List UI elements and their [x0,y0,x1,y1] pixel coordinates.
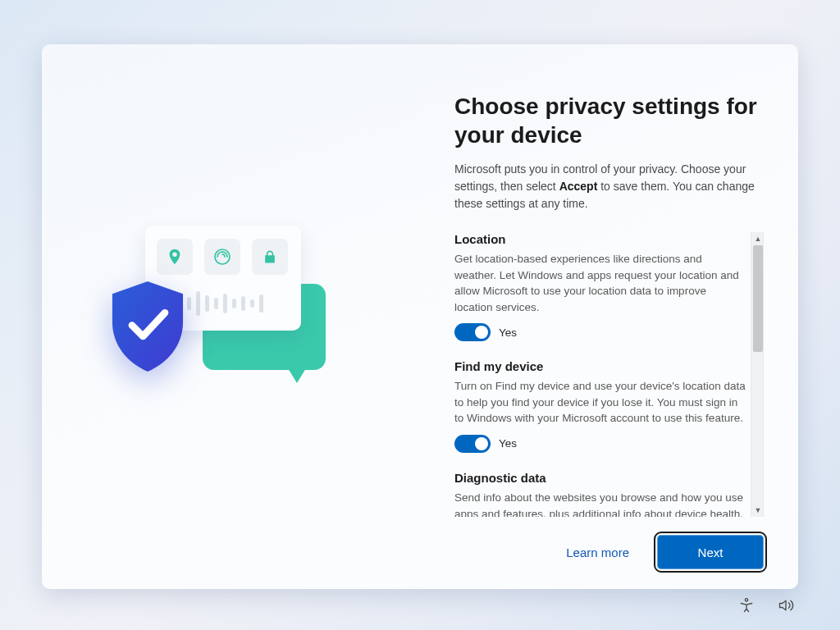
settings-list: Location Get location-based experiences … [454,232,746,517]
toggle-label: Yes [499,437,517,450]
find-my-device-toggle[interactable] [454,435,491,453]
system-tray [737,596,796,615]
privacy-illustration [108,222,354,411]
lock-icon [252,239,288,275]
next-button[interactable]: Next [657,535,764,569]
scrollbar[interactable]: ▲ ▼ [751,232,764,517]
location-pin-icon [157,239,193,275]
setting-title: Find my device [454,359,746,373]
toggle-label: Yes [499,326,517,339]
svg-marker-2 [780,600,787,610]
setting-description: Get location-based experiences like dire… [454,251,746,315]
illustration-pane [42,44,420,589]
setting-title: Location [454,232,746,246]
shield-check-icon [108,281,187,372]
svg-point-1 [745,599,747,601]
fingerprint-icon [204,239,240,275]
oobe-card: Choose privacy settings for your device … [42,44,798,589]
page-subtitle: Microsoft puts you in control of your pr… [454,161,764,212]
subtitle-bold: Accept [559,180,598,193]
scroll-down-icon[interactable]: ▼ [751,504,764,517]
accessibility-icon[interactable] [737,596,756,615]
setting-description: Send info about the websites you browse … [454,490,746,517]
setting-diagnostic-data: Diagnostic data Send info about the webs… [454,471,746,517]
scrollbar-thumb[interactable] [753,245,763,352]
scroll-up-icon[interactable]: ▲ [751,232,764,245]
setting-description: Turn on Find my device and use your devi… [454,378,746,427]
setting-find-my-device: Find my device Turn on Find my device an… [454,359,746,453]
volume-icon[interactable] [776,596,796,615]
content-pane: Choose privacy settings for your device … [420,44,798,589]
settings-scroll-area: Location Get location-based experiences … [454,232,764,517]
location-toggle[interactable] [454,323,491,341]
setting-title: Diagnostic data [454,471,746,485]
setting-location: Location Get location-based experiences … [454,232,746,341]
page-title: Choose privacy settings for your device [454,92,764,149]
learn-more-link[interactable]: Learn more [566,546,629,559]
footer: Learn more Next [454,535,764,569]
